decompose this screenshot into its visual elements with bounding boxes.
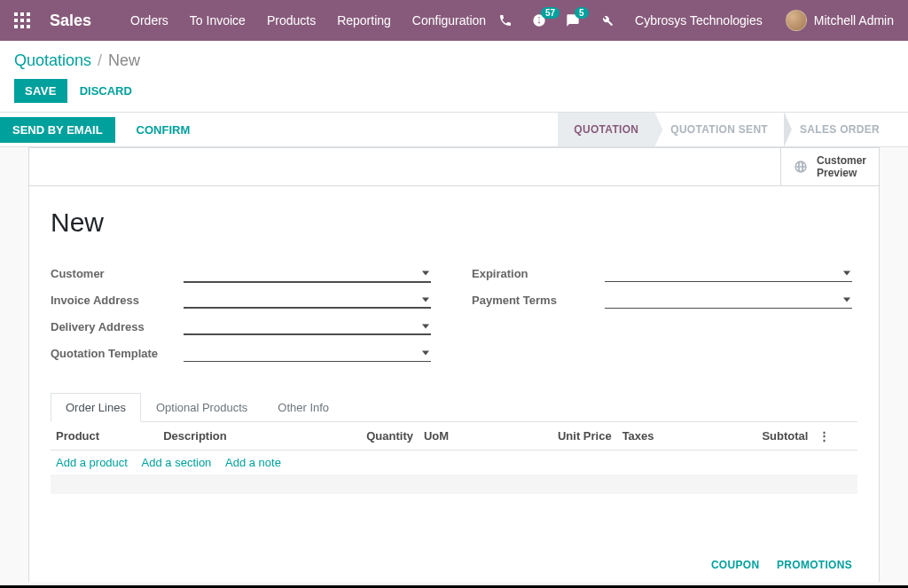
field-quotation-template[interactable] [184, 344, 436, 362]
form-grid: Customer Invoice Address Delivery Addres… [51, 261, 857, 367]
nav-links: Orders To Invoice Products Reporting Con… [130, 13, 486, 27]
footer-links: COUPON PROMOTIONS [51, 547, 857, 575]
breadcrumb-root[interactable]: Quotations [14, 51, 91, 69]
label-invoice-address: Invoice Address [51, 294, 184, 307]
breadcrumb: Quotations / New [14, 51, 894, 70]
add-product-link[interactable]: Add a product [56, 456, 128, 469]
field-customer[interactable] [184, 263, 436, 283]
activity-icon[interactable]: 57 [532, 13, 546, 27]
form-left-col: Customer Invoice Address Delivery Addres… [51, 261, 436, 367]
status-row: SEND BY EMAIL CONFIRM QUOTATION QUOTATIO… [0, 112, 908, 147]
field-invoice-address[interactable] [184, 291, 436, 309]
activity-count: 57 [541, 7, 560, 19]
tab-optional-products[interactable]: Optional Products [141, 393, 262, 422]
col-subtotal[interactable]: Subtotal [701, 422, 814, 451]
empty-row [51, 474, 857, 494]
tabs: Order Lines Optional Products Other Info [51, 392, 857, 422]
avatar [786, 10, 807, 31]
company-switcher[interactable]: Cybrosys Technologies [635, 13, 763, 27]
form-right-col: Expiration Payment Terms [472, 261, 857, 367]
systray: 57 5 [498, 13, 614, 27]
phone-icon[interactable] [498, 13, 513, 27]
nav-reporting[interactable]: Reporting [337, 13, 391, 27]
discuss-icon[interactable]: 5 [566, 13, 580, 27]
app-brand[interactable]: Sales [50, 12, 91, 30]
send-by-email-button[interactable]: SEND BY EMAIL [0, 117, 115, 143]
order-lines-table: Product Description Quantity UoM Unit Pr… [51, 422, 857, 547]
label-delivery-address: Delivery Address [51, 320, 184, 333]
discard-button[interactable]: DISCARD [80, 84, 132, 98]
stage-quotation[interactable]: QUOTATION [558, 113, 654, 146]
globe-icon [794, 160, 808, 174]
statusbar: QUOTATION QUOTATION SENT SALES ORDER [558, 113, 908, 146]
confirm-button[interactable]: CONFIRM [137, 123, 191, 137]
nav-to-invoice[interactable]: To Invoice [190, 13, 246, 27]
field-payment-terms[interactable] [605, 291, 857, 309]
breadcrumb-bar: Quotations / New [0, 41, 908, 75]
promotions-button[interactable]: PROMOTIONS [777, 559, 852, 571]
preview-label-2: Preview [817, 167, 866, 179]
label-quotation-template: Quotation Template [51, 347, 184, 360]
form-sheet: Customer Preview New Customer Invoice Ad… [28, 147, 880, 582]
apps-icon[interactable] [14, 12, 30, 28]
label-expiration: Expiration [472, 267, 605, 280]
field-delivery-address[interactable] [184, 318, 436, 335]
label-customer: Customer [51, 267, 184, 280]
col-product[interactable]: Product [51, 422, 158, 451]
coupon-button[interactable]: COUPON [711, 559, 759, 571]
col-taxes[interactable]: Taxes [617, 422, 701, 451]
col-unit-price[interactable]: Unit Price [489, 422, 617, 451]
sheet-scroll[interactable]: Customer Preview New Customer Invoice Ad… [0, 147, 908, 582]
discuss-count: 5 [575, 7, 589, 19]
tools-icon[interactable] [599, 13, 614, 27]
col-description[interactable]: Description [158, 422, 305, 451]
customer-preview-button[interactable]: Customer Preview [780, 148, 879, 185]
breadcrumb-current: New [108, 51, 140, 69]
add-note-link[interactable]: Add a note [225, 456, 281, 469]
nav-products[interactable]: Products [267, 13, 316, 27]
button-bar: SAVE DISCARD [0, 75, 908, 112]
col-quantity[interactable]: Quantity [305, 422, 419, 451]
nav-configuration[interactable]: Configuration [412, 13, 486, 27]
topbar: Sales Orders To Invoice Products Reporti… [0, 0, 908, 41]
tab-order-lines[interactable]: Order Lines [51, 393, 141, 422]
user-menu[interactable]: Mitchell Admin [786, 10, 894, 31]
label-payment-terms: Payment Terms [472, 294, 605, 307]
col-kebab-icon[interactable]: ⋮ [813, 422, 857, 451]
sheet-header: Customer Preview [29, 148, 879, 186]
field-expiration[interactable] [605, 264, 857, 282]
breadcrumb-sep: / [98, 51, 102, 69]
spacer-row [51, 494, 857, 547]
user-name: Mitchell Admin [814, 13, 894, 27]
preview-label-1: Customer [817, 154, 866, 167]
tab-other-info[interactable]: Other Info [262, 393, 344, 422]
add-section-link[interactable]: Add a section [142, 456, 212, 469]
col-uom[interactable]: UoM [419, 422, 489, 451]
stage-quotation-sent[interactable]: QUOTATION SENT [654, 113, 784, 146]
stage-sales-order[interactable]: SALES ORDER [784, 113, 896, 146]
page-title: New [51, 208, 857, 238]
save-button[interactable]: SAVE [14, 79, 67, 103]
nav-orders[interactable]: Orders [130, 13, 168, 27]
